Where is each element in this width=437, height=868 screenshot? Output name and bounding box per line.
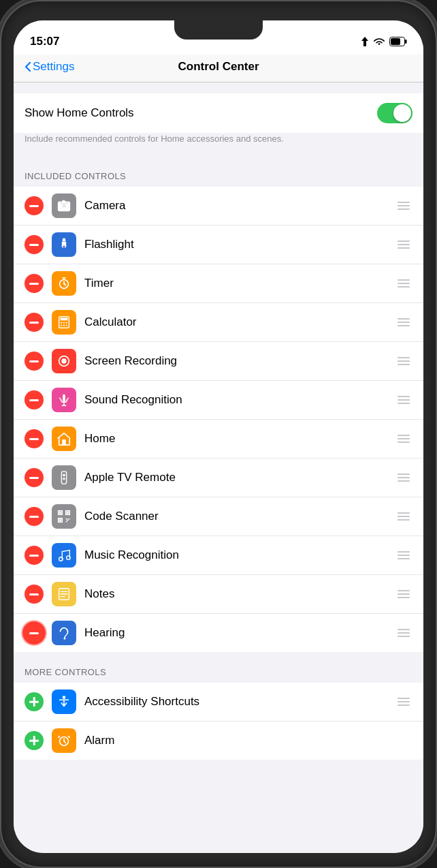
included-controls-list: Camera Flashlight: [14, 187, 423, 652]
code-scanner-app-icon: [52, 504, 76, 529]
remove-code-scanner-button[interactable]: [25, 507, 44, 526]
alarm-app-icon: [52, 728, 76, 753]
timer-label: Timer: [84, 277, 387, 290]
phone-frame: 15:07: [0, 0, 437, 868]
svg-point-17: [61, 359, 66, 364]
svg-point-21: [63, 474, 65, 477]
list-item: Timer: [14, 264, 423, 303]
included-controls-header: INCLUDED CONTROLS: [14, 156, 423, 187]
list-item: Screen Recording: [14, 342, 423, 381]
accessibility-app-icon: [52, 689, 76, 714]
list-item: Sound Recognition: [14, 381, 423, 420]
battery-icon: [389, 37, 407, 46]
list-item: Flashlight: [14, 226, 423, 264]
toggle-section: Show Home Controls: [14, 93, 423, 133]
back-chevron-icon: [25, 61, 31, 72]
content-area: Show Home Controls Include recommended c…: [14, 82, 423, 853]
remove-home-button[interactable]: [25, 429, 44, 448]
toggle-description: Include recommended controls for Home ac…: [14, 133, 423, 156]
show-home-controls-toggle[interactable]: [377, 103, 412, 123]
accessibility-shortcuts-label: Accessibility Shortcuts: [84, 695, 387, 709]
music-recognition-drag-handle[interactable]: [395, 548, 412, 562]
notes-drag-handle[interactable]: [395, 587, 412, 601]
arrow-up-icon: [361, 36, 369, 47]
toggle-knob: [393, 104, 411, 122]
remove-flashlight-button[interactable]: [25, 235, 44, 254]
calculator-app-icon: [52, 310, 76, 335]
sound-recognition-drag-handle[interactable]: [395, 393, 412, 407]
accessibility-drag-handle[interactable]: [395, 695, 412, 709]
more-controls-header: MORE CONTROLS: [14, 652, 423, 683]
camera-label: Camera: [84, 199, 387, 213]
remove-sound-recognition-button[interactable]: [25, 390, 44, 409]
status-time: 15:07: [30, 35, 59, 48]
svg-rect-1: [405, 40, 407, 44]
svg-point-14: [63, 325, 65, 326]
remove-timer-button[interactable]: [25, 274, 44, 293]
timer-app-icon: [52, 271, 76, 296]
music-recognition-label: Music Recognition: [84, 548, 387, 562]
appletv-label: Apple TV Remote: [84, 471, 387, 484]
show-home-controls-row: Show Home Controls: [25, 93, 412, 133]
list-item: Code Scanner: [14, 497, 423, 536]
code-scanner-drag-handle[interactable]: [395, 510, 412, 523]
svg-rect-19: [62, 439, 66, 445]
notes-label: Notes: [84, 587, 387, 601]
calculator-drag-handle[interactable]: [395, 315, 412, 329]
status-icons: [361, 36, 407, 47]
home-app-icon: [52, 427, 76, 451]
screen-recording-app-icon: [52, 349, 76, 373]
flashlight-label: Flashlight: [84, 238, 387, 251]
remove-calculator-button[interactable]: [25, 313, 44, 332]
appletv-app-icon: [52, 465, 76, 490]
more-controls-list: Accessibility Shortcuts Alarm: [14, 683, 423, 760]
add-accessibility-button[interactable]: [25, 692, 44, 711]
appletv-drag-handle[interactable]: [395, 471, 412, 484]
svg-point-10: [61, 322, 62, 324]
svg-point-6: [63, 246, 65, 248]
status-bar: 15:07: [14, 20, 423, 55]
svg-point-11: [63, 322, 65, 324]
svg-point-36: [64, 638, 66, 640]
list-item: Accessibility Shortcuts: [14, 683, 423, 722]
music-recognition-app-icon: [52, 543, 76, 568]
list-item: Calculator: [14, 303, 423, 342]
code-scanner-label: Code Scanner: [84, 510, 387, 523]
svg-rect-27: [67, 512, 69, 514]
add-alarm-button[interactable]: [25, 731, 44, 750]
svg-rect-18: [63, 394, 65, 402]
hearing-drag-handle[interactable]: [395, 626, 412, 640]
hearing-label: Hearing: [84, 626, 387, 640]
nav-bar: Settings Control Center: [14, 55, 423, 82]
flashlight-drag-handle[interactable]: [395, 238, 412, 251]
camera-drag-handle[interactable]: [395, 199, 412, 213]
timer-drag-handle[interactable]: [395, 277, 412, 290]
remove-appletv-button[interactable]: [25, 468, 44, 487]
remove-notes-button[interactable]: [25, 585, 44, 604]
back-label: Settings: [33, 60, 74, 74]
svg-point-37: [63, 696, 66, 699]
screen-recording-drag-handle[interactable]: [395, 354, 412, 368]
wifi-icon: [373, 37, 385, 46]
sound-recognition-label: Sound Recognition: [84, 393, 387, 407]
hearing-app-icon: [52, 621, 76, 645]
svg-rect-9: [61, 318, 68, 321]
list-item: Camera: [14, 187, 423, 226]
list-item: Hearing: [14, 614, 423, 652]
page-title: Control Center: [178, 60, 259, 74]
list-item: Apple TV Remote: [14, 459, 423, 497]
alarm-label: Alarm: [84, 734, 412, 747]
phone-screen: 15:07: [14, 20, 423, 853]
remove-hearing-button[interactable]: [25, 623, 44, 642]
remove-camera-button[interactable]: [25, 196, 44, 215]
list-item: Home: [14, 420, 423, 459]
list-item: Music Recognition: [14, 536, 423, 575]
home-label: Home: [84, 432, 387, 446]
more-controls-section: MORE CONTROLS Accessibility Shortcuts: [14, 652, 423, 760]
home-drag-handle[interactable]: [395, 432, 412, 446]
back-button[interactable]: Settings: [25, 60, 74, 74]
calculator-label: Calculator: [84, 315, 387, 329]
remove-screen-recording-button[interactable]: [25, 352, 44, 371]
svg-point-13: [61, 325, 62, 326]
remove-music-recognition-button[interactable]: [25, 546, 44, 565]
